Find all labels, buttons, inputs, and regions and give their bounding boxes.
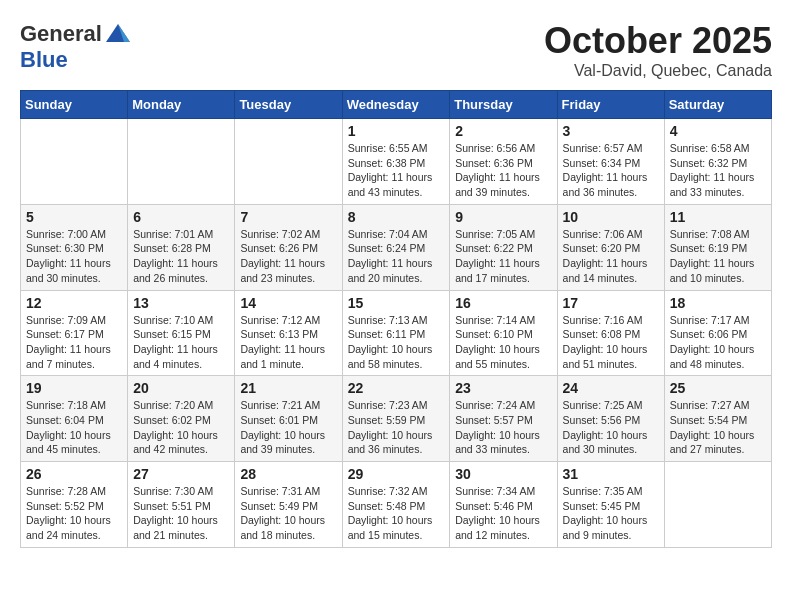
day-info: Sunrise: 7:10 AM Sunset: 6:15 PM Dayligh… <box>133 313 229 372</box>
calendar-cell: 13Sunrise: 7:10 AM Sunset: 6:15 PM Dayli… <box>128 290 235 376</box>
day-info: Sunrise: 7:24 AM Sunset: 5:57 PM Dayligh… <box>455 398 551 457</box>
day-info: Sunrise: 7:28 AM Sunset: 5:52 PM Dayligh… <box>26 484 122 543</box>
day-info: Sunrise: 7:30 AM Sunset: 5:51 PM Dayligh… <box>133 484 229 543</box>
day-info: Sunrise: 7:01 AM Sunset: 6:28 PM Dayligh… <box>133 227 229 286</box>
location: Val-David, Quebec, Canada <box>544 62 772 80</box>
calendar-cell: 27Sunrise: 7:30 AM Sunset: 5:51 PM Dayli… <box>128 462 235 548</box>
day-number: 24 <box>563 380 659 396</box>
calendar-cell: 8Sunrise: 7:04 AM Sunset: 6:24 PM Daylig… <box>342 204 450 290</box>
day-info: Sunrise: 6:57 AM Sunset: 6:34 PM Dayligh… <box>563 141 659 200</box>
day-number: 8 <box>348 209 445 225</box>
day-info: Sunrise: 7:18 AM Sunset: 6:04 PM Dayligh… <box>26 398 122 457</box>
logo: General Blue <box>20 20 132 72</box>
calendar-cell: 10Sunrise: 7:06 AM Sunset: 6:20 PM Dayli… <box>557 204 664 290</box>
day-info: Sunrise: 7:13 AM Sunset: 6:11 PM Dayligh… <box>348 313 445 372</box>
day-number: 30 <box>455 466 551 482</box>
day-number: 31 <box>563 466 659 482</box>
calendar-cell: 12Sunrise: 7:09 AM Sunset: 6:17 PM Dayli… <box>21 290 128 376</box>
day-info: Sunrise: 7:05 AM Sunset: 6:22 PM Dayligh… <box>455 227 551 286</box>
calendar-cell: 1Sunrise: 6:55 AM Sunset: 6:38 PM Daylig… <box>342 119 450 205</box>
logo-icon <box>104 20 132 48</box>
calendar-cell: 25Sunrise: 7:27 AM Sunset: 5:54 PM Dayli… <box>664 376 771 462</box>
day-info: Sunrise: 7:14 AM Sunset: 6:10 PM Dayligh… <box>455 313 551 372</box>
calendar-cell: 21Sunrise: 7:21 AM Sunset: 6:01 PM Dayli… <box>235 376 342 462</box>
day-number: 1 <box>348 123 445 139</box>
day-header-thursday: Thursday <box>450 91 557 119</box>
day-info: Sunrise: 7:25 AM Sunset: 5:56 PM Dayligh… <box>563 398 659 457</box>
day-info: Sunrise: 6:56 AM Sunset: 6:36 PM Dayligh… <box>455 141 551 200</box>
day-number: 22 <box>348 380 445 396</box>
day-info: Sunrise: 7:00 AM Sunset: 6:30 PM Dayligh… <box>26 227 122 286</box>
day-info: Sunrise: 7:34 AM Sunset: 5:46 PM Dayligh… <box>455 484 551 543</box>
day-number: 2 <box>455 123 551 139</box>
calendar-cell: 17Sunrise: 7:16 AM Sunset: 6:08 PM Dayli… <box>557 290 664 376</box>
day-number: 5 <box>26 209 122 225</box>
day-info: Sunrise: 7:06 AM Sunset: 6:20 PM Dayligh… <box>563 227 659 286</box>
calendar-cell <box>128 119 235 205</box>
day-number: 6 <box>133 209 229 225</box>
day-info: Sunrise: 7:09 AM Sunset: 6:17 PM Dayligh… <box>26 313 122 372</box>
day-number: 12 <box>26 295 122 311</box>
calendar-cell: 19Sunrise: 7:18 AM Sunset: 6:04 PM Dayli… <box>21 376 128 462</box>
calendar-cell <box>664 462 771 548</box>
day-info: Sunrise: 7:17 AM Sunset: 6:06 PM Dayligh… <box>670 313 766 372</box>
day-number: 16 <box>455 295 551 311</box>
day-number: 23 <box>455 380 551 396</box>
day-number: 7 <box>240 209 336 225</box>
calendar-cell: 18Sunrise: 7:17 AM Sunset: 6:06 PM Dayli… <box>664 290 771 376</box>
day-number: 9 <box>455 209 551 225</box>
week-row-3: 12Sunrise: 7:09 AM Sunset: 6:17 PM Dayli… <box>21 290 772 376</box>
calendar-cell: 30Sunrise: 7:34 AM Sunset: 5:46 PM Dayli… <box>450 462 557 548</box>
title-block: October 2025 Val-David, Quebec, Canada <box>544 20 772 80</box>
day-info: Sunrise: 6:58 AM Sunset: 6:32 PM Dayligh… <box>670 141 766 200</box>
logo-text: General <box>20 22 102 46</box>
calendar-cell: 3Sunrise: 6:57 AM Sunset: 6:34 PM Daylig… <box>557 119 664 205</box>
day-number: 18 <box>670 295 766 311</box>
calendar-cell <box>235 119 342 205</box>
day-number: 28 <box>240 466 336 482</box>
day-info: Sunrise: 7:27 AM Sunset: 5:54 PM Dayligh… <box>670 398 766 457</box>
day-info: Sunrise: 7:31 AM Sunset: 5:49 PM Dayligh… <box>240 484 336 543</box>
calendar-header-row: SundayMondayTuesdayWednesdayThursdayFrid… <box>21 91 772 119</box>
calendar-cell: 6Sunrise: 7:01 AM Sunset: 6:28 PM Daylig… <box>128 204 235 290</box>
calendar-cell: 28Sunrise: 7:31 AM Sunset: 5:49 PM Dayli… <box>235 462 342 548</box>
day-number: 13 <box>133 295 229 311</box>
day-number: 3 <box>563 123 659 139</box>
calendar-cell: 20Sunrise: 7:20 AM Sunset: 6:02 PM Dayli… <box>128 376 235 462</box>
day-number: 19 <box>26 380 122 396</box>
day-number: 11 <box>670 209 766 225</box>
month-title: October 2025 <box>544 20 772 62</box>
day-number: 21 <box>240 380 336 396</box>
calendar-cell: 11Sunrise: 7:08 AM Sunset: 6:19 PM Dayli… <box>664 204 771 290</box>
calendar-cell: 23Sunrise: 7:24 AM Sunset: 5:57 PM Dayli… <box>450 376 557 462</box>
calendar-cell: 5Sunrise: 7:00 AM Sunset: 6:30 PM Daylig… <box>21 204 128 290</box>
day-number: 25 <box>670 380 766 396</box>
day-number: 17 <box>563 295 659 311</box>
calendar-cell: 26Sunrise: 7:28 AM Sunset: 5:52 PM Dayli… <box>21 462 128 548</box>
day-header-friday: Friday <box>557 91 664 119</box>
calendar-cell: 15Sunrise: 7:13 AM Sunset: 6:11 PM Dayli… <box>342 290 450 376</box>
day-info: Sunrise: 7:32 AM Sunset: 5:48 PM Dayligh… <box>348 484 445 543</box>
day-info: Sunrise: 7:23 AM Sunset: 5:59 PM Dayligh… <box>348 398 445 457</box>
day-info: Sunrise: 7:02 AM Sunset: 6:26 PM Dayligh… <box>240 227 336 286</box>
day-number: 29 <box>348 466 445 482</box>
day-number: 4 <box>670 123 766 139</box>
day-info: Sunrise: 7:20 AM Sunset: 6:02 PM Dayligh… <box>133 398 229 457</box>
day-header-wednesday: Wednesday <box>342 91 450 119</box>
calendar-cell: 16Sunrise: 7:14 AM Sunset: 6:10 PM Dayli… <box>450 290 557 376</box>
day-number: 26 <box>26 466 122 482</box>
calendar-table: SundayMondayTuesdayWednesdayThursdayFrid… <box>20 90 772 548</box>
day-number: 20 <box>133 380 229 396</box>
week-row-4: 19Sunrise: 7:18 AM Sunset: 6:04 PM Dayli… <box>21 376 772 462</box>
logo-blue-text: Blue <box>20 47 68 72</box>
calendar-cell: 24Sunrise: 7:25 AM Sunset: 5:56 PM Dayli… <box>557 376 664 462</box>
day-info: Sunrise: 6:55 AM Sunset: 6:38 PM Dayligh… <box>348 141 445 200</box>
day-info: Sunrise: 7:04 AM Sunset: 6:24 PM Dayligh… <box>348 227 445 286</box>
calendar-cell: 2Sunrise: 6:56 AM Sunset: 6:36 PM Daylig… <box>450 119 557 205</box>
calendar-cell: 22Sunrise: 7:23 AM Sunset: 5:59 PM Dayli… <box>342 376 450 462</box>
week-row-1: 1Sunrise: 6:55 AM Sunset: 6:38 PM Daylig… <box>21 119 772 205</box>
day-number: 14 <box>240 295 336 311</box>
calendar-cell <box>21 119 128 205</box>
day-info: Sunrise: 7:21 AM Sunset: 6:01 PM Dayligh… <box>240 398 336 457</box>
day-number: 27 <box>133 466 229 482</box>
